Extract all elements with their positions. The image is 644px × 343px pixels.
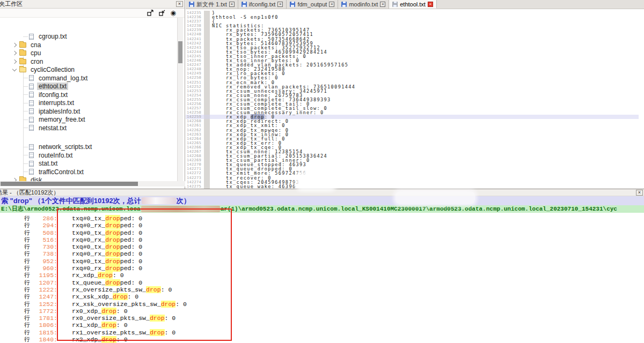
chevron-right-icon[interactable] <box>12 51 17 55</box>
save-state-icon <box>392 2 398 7</box>
tree-file-ethtool.txt[interactable]: ethtool.txt <box>0 82 68 91</box>
tree-file-trafficControl.txt[interactable]: trafficControl.txt <box>0 168 85 176</box>
tab-label: fdm_output <box>297 1 327 8</box>
file-icon <box>29 169 34 175</box>
line-number: 142257 <box>186 106 204 110</box>
search-summary-suffix: 次） <box>177 196 191 205</box>
tree-horizontal-scrollbar-thumb[interactable] <box>1 182 138 186</box>
tree-file-interrupts.txt[interactable]: interrupts.txt <box>0 99 76 107</box>
tree-file-routeInfo.txt[interactable]: routeInfo.txt <box>0 151 74 160</box>
line-number: 142275 <box>186 184 204 189</box>
tree-file-network_scripts.txt[interactable]: network_scripts.txt <box>0 143 93 151</box>
tree-item-label: command_log.txt <box>37 74 89 82</box>
results-title: 结果 - （匹配10192次） <box>0 189 59 196</box>
line-number: 142256 <box>186 102 204 106</box>
line-number: 142249 <box>186 71 204 76</box>
tree-folder-cron[interactable]: cron <box>0 57 45 66</box>
line-number: 142239 <box>186 28 204 32</box>
tree-folder-cna[interactable]: cna <box>0 41 42 49</box>
tree-item-label: memory_free.txt <box>37 116 87 123</box>
bookmark-margin <box>204 171 210 175</box>
save-state-icon <box>341 2 347 7</box>
tab-新文件 1.txt[interactable]: 新文件 1.txt× <box>186 0 238 9</box>
tab-close-icon[interactable]: × <box>277 2 283 7</box>
tab-fdm_output[interactable]: fdm_output× <box>287 0 338 9</box>
folder-icon <box>19 42 26 48</box>
result-row-label: 行 <box>24 258 33 265</box>
tree-file-stat.txt[interactable]: stat.txt <box>0 159 59 168</box>
bookmark-margin <box>204 85 210 89</box>
tab-ifconfig.txt[interactable]: ifconfig.txt× <box>238 0 287 9</box>
locate-current-file-icon[interactable]: ◉ <box>171 10 176 16</box>
bookmark-margin <box>204 37 210 41</box>
editor-text-area[interactable]: 142235}142236ethtool -S enp1s0f0142237{1… <box>186 9 639 189</box>
bookmark-margin <box>204 128 210 132</box>
bookmark-margin <box>204 80 210 85</box>
search-summary-line[interactable]: 索 "drop" （1个文件中匹配到10192次，总计 次） <box>0 196 644 205</box>
tree-folder-cyclicCollection[interactable]: cyclicCollection <box>0 65 76 74</box>
redaction-blur <box>298 173 334 189</box>
expand-all-icon[interactable] <box>147 10 153 16</box>
tree-file-iptablesInfo.txt[interactable]: iptablesInfo.txt <box>0 107 82 116</box>
tab-close-icon[interactable]: × <box>329 2 334 7</box>
result-line-number: 738: <box>33 250 57 257</box>
line-number: 142270 <box>186 162 204 167</box>
tree-item-label: trafficControl.txt <box>37 168 85 176</box>
result-line-number: 960: <box>33 265 57 272</box>
result-line-number: 286: <box>33 215 57 222</box>
tab-close-icon[interactable]: × <box>428 2 433 7</box>
tree-file-memory_free.txt[interactable]: memory_free.txt <box>0 115 87 124</box>
file-icon <box>29 125 34 131</box>
tree-vertical-scrollbar-thumb[interactable] <box>178 41 182 63</box>
tree-folder-disk[interactable]: disk <box>0 176 43 181</box>
line-number: 142271 <box>186 167 204 171</box>
bookmark-margin <box>204 67 210 71</box>
tree-file-command_log.txt[interactable]: command_log.txt <box>0 74 89 83</box>
bookmark-margin <box>204 93 210 98</box>
bookmark-margin <box>204 158 210 162</box>
chevron-down-icon[interactable] <box>12 66 17 71</box>
editor-line[interactable]: 142236ethtool -S enp1s0f0 <box>186 15 639 19</box>
bookmark-margin <box>204 50 210 54</box>
tree-file-netstat.txt[interactable]: netstat.txt <box>0 124 68 132</box>
tree-file-ifconfig.txt[interactable]: ifconfig.txt <box>0 91 69 99</box>
result-line-number: 730: <box>33 243 57 250</box>
result-line-number: 294: <box>33 222 57 229</box>
tree-folder-cpu[interactable]: cpu <box>0 49 42 57</box>
tab-close-icon[interactable]: × <box>380 2 385 7</box>
folder-icon <box>19 59 26 64</box>
annotation-rectangle <box>57 208 232 341</box>
file-icon <box>29 152 34 158</box>
tab-modinfo.txt[interactable]: modinfo.txt× <box>338 0 389 9</box>
chevron-right-icon[interactable] <box>12 42 17 47</box>
bookmark-margin <box>204 11 210 15</box>
collapse-all-icon[interactable] <box>159 10 165 16</box>
result-row-label: 行 <box>24 265 33 272</box>
tab-close-icon[interactable]: × <box>229 2 235 7</box>
result-line-number: 1252: <box>33 301 57 308</box>
results-close-icon[interactable]: × <box>636 190 643 196</box>
result-file-path-right: ar(1)\armod0523.odata.ncmp.unicom.local_… <box>221 205 617 213</box>
editor-line[interactable]: 142275 tx_queue_wake: 46396 <box>186 184 639 189</box>
line-number: 142251 <box>186 80 204 85</box>
workspace-tree: cgroup.txtcnacpucroncyclicCollectioncomm… <box>0 18 177 181</box>
bookmark-margin <box>204 76 210 80</box>
tree-horizontal-scrollbar[interactable] <box>0 181 185 187</box>
bookmark-margin <box>204 162 210 167</box>
tab-bar: 新文件 1.txt×ifconfig.txt×fdm_output×modinf… <box>186 0 644 9</box>
tree-file-cgroup.txt[interactable]: cgroup.txt <box>0 32 69 41</box>
line-number: 142250 <box>186 76 204 80</box>
line-number: 142265 <box>186 141 204 145</box>
chevron-right-icon[interactable] <box>12 59 17 63</box>
line-number: 142261 <box>186 123 204 128</box>
tab-ethtool.txt[interactable]: ethtool.txt× <box>389 0 437 9</box>
result-line-number: 1247: <box>33 293 57 300</box>
tree-item-label: routeInfo.txt <box>37 152 74 159</box>
file-icon <box>29 161 34 167</box>
line-number: 142243 <box>186 46 204 50</box>
tree-vertical-scrollbar[interactable] <box>177 18 183 181</box>
workspace-close-icon[interactable]: × <box>176 1 183 7</box>
result-row-label: 行 <box>24 272 33 279</box>
result-line-number: 1815: <box>33 329 57 336</box>
tree-item-label: network_scripts.txt <box>37 143 93 151</box>
